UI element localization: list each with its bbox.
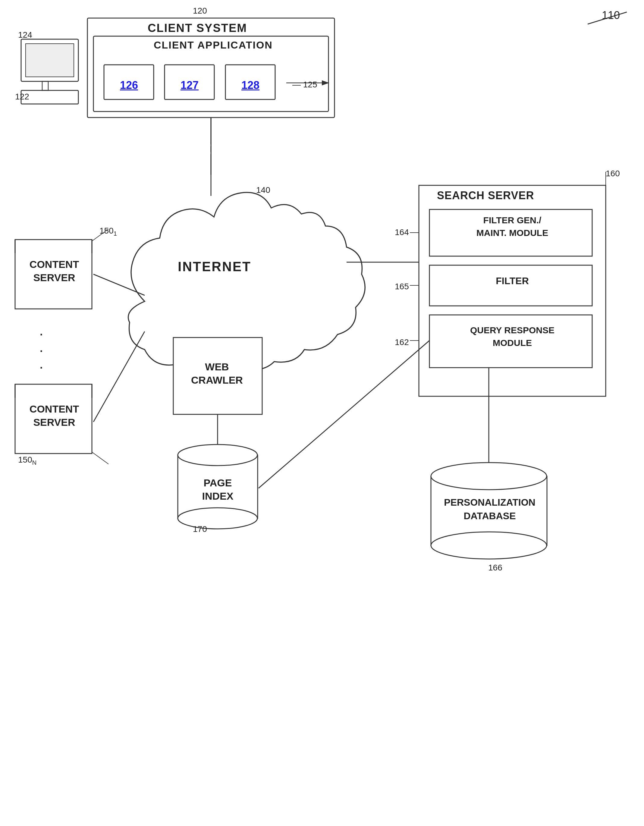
svg-rect-8	[26, 44, 74, 77]
svg-line-40	[92, 452, 109, 464]
ref-162: 162	[395, 337, 409, 347]
web-crawler-label: WEBCRAWLER	[178, 360, 256, 387]
diagram: 110 120 CLIENT SYSTEM CLIENT APPLICATION…	[0, 0, 644, 826]
filter-label: FILTER	[436, 274, 589, 288]
ref-165: 165	[395, 282, 409, 291]
svg-line-34	[259, 340, 430, 488]
ref-150-n: 150N	[18, 455, 36, 466]
ref-164: 164	[395, 228, 409, 237]
svg-point-29	[178, 508, 258, 529]
content-server-1-label: CONTENTSERVER	[20, 258, 89, 284]
ref-150-1: 1501	[99, 226, 117, 237]
svg-point-36	[431, 463, 547, 490]
svg-point-28	[178, 444, 258, 466]
ref-110: 110	[602, 9, 620, 22]
client-app-label: CLIENT APPLICATION	[154, 39, 273, 51]
svg-point-37	[431, 532, 547, 559]
client-system-label: CLIENT SYSTEM	[147, 22, 247, 35]
module-128: 128	[226, 69, 275, 102]
ref-170: 170	[193, 524, 207, 534]
personalization-db-label: PERSONALIZATIONDATABASE	[440, 496, 539, 523]
ref-160: 160	[606, 169, 620, 179]
ref-140: 140	[256, 185, 270, 195]
module-127: 127	[166, 69, 214, 102]
ellipsis: ···	[39, 326, 43, 375]
search-server-label: SEARCH SERVER	[437, 189, 534, 202]
svg-rect-10	[21, 90, 78, 104]
svg-line-16	[93, 331, 145, 422]
module-126: 126	[105, 69, 153, 102]
page-index-label: PAGEINDEX	[184, 476, 251, 503]
query-response-label: QUERY RESPONSEMODULE	[436, 324, 589, 349]
ref-166: 166	[488, 563, 502, 573]
svg-rect-9	[42, 81, 48, 90]
filter-gen-label: FILTER GEN./MAINT. MODULE	[436, 214, 589, 239]
ref-124: 124	[18, 30, 32, 40]
ref-125: — 125	[292, 80, 317, 90]
ref-122: 122	[15, 92, 29, 102]
internet-label: INTERNET	[178, 259, 251, 274]
ref-120: 120	[193, 6, 207, 16]
diagram-svg	[0, 0, 644, 826]
content-server-n-label: CONTENTSERVER	[20, 402, 89, 429]
